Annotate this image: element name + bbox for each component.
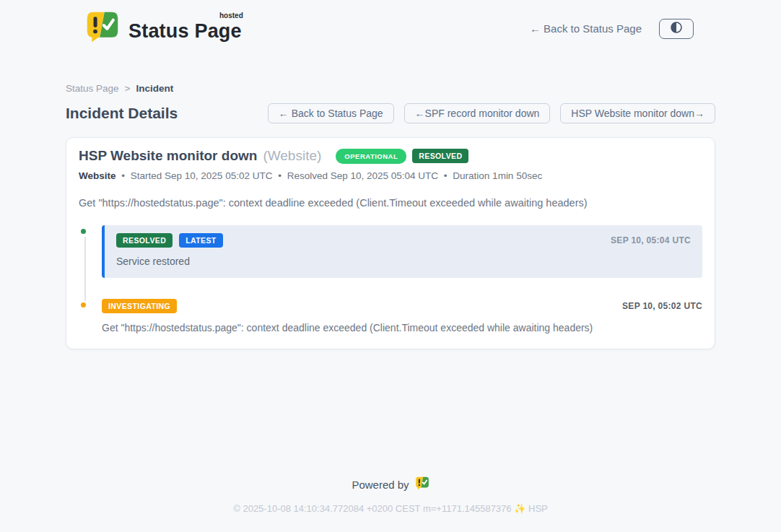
timeline-entry-head: RESOLVED LATEST SEP 10, 05:04 UTC (116, 233, 691, 248)
brand-name: Status Page (128, 20, 242, 42)
investigating-badge: INVESTIGATING (102, 299, 177, 313)
timeline-dot-investigating-icon (79, 300, 88, 310)
brand-superscript: hosted (219, 12, 243, 19)
status-page-app: Status Page hosted ← Back to Status Page… (0, 0, 781, 532)
page-title: Incident Details (66, 105, 178, 122)
half-circle-contrast-icon (669, 20, 684, 37)
breadcrumb-separator: > (125, 83, 131, 94)
header-back-link[interactable]: ← Back to Status Page (530, 22, 642, 35)
timeline-entry-investigating: INVESTIGATING SEP 10, 05:02 UTC Get "htt… (102, 299, 702, 333)
footer: Powered by © 2025-10-08 14:10:34.772084 … (0, 476, 781, 532)
title-row: Incident Details ← Back to Status Page ←… (66, 103, 715, 123)
incident-card: HSP Website monitor down (Website) OPERA… (66, 137, 715, 349)
timeline-message: Get "https://hostedstatus.page": context… (102, 322, 702, 333)
meta-separator: • (444, 170, 448, 181)
incident-description: Get "https://hostedstatus.page": context… (79, 197, 702, 209)
timeline-entry-latest: RESOLVED LATEST SEP 10, 05:04 UTC Servic… (102, 225, 702, 278)
meta-duration: Duration 1min 50sec (453, 170, 542, 181)
latest-badge: LATEST (179, 233, 222, 248)
back-to-status-page-button[interactable]: ← Back to Status Page (268, 103, 394, 123)
timeline-item-investigating: INVESTIGATING SEP 10, 05:02 UTC Get "htt… (79, 299, 702, 333)
powered-by-link[interactable]: Powered by (352, 476, 429, 492)
brand-wrap: Status Page hosted (128, 14, 242, 43)
incident-component: (Website) (263, 148, 321, 164)
timeline-timestamp: SEP 10, 05:02 UTC (622, 301, 702, 311)
meta-component: Website (79, 170, 116, 181)
meta-separator: • (278, 170, 282, 181)
timeline-dot-resolved-icon (79, 227, 88, 236)
incident-title: HSP Website monitor down (79, 148, 257, 164)
theme-toggle-button[interactable] (659, 19, 694, 39)
timeline-timestamp: SEP 10, 05:04 UTC (611, 235, 691, 245)
meta-started: Started Sep 10, 2025 05:02 UTC (131, 170, 273, 181)
prev-incident-button[interactable]: ←SPF record monitor down (404, 103, 551, 123)
meta-resolved: Resolved Sep 10, 2025 05:04 UTC (287, 170, 438, 181)
breadcrumb: Status Page > Incident (66, 83, 715, 94)
main-content: Status Page > Incident Incident Details … (66, 83, 715, 349)
copyright-text: © 2025-10-08 14:10:34.772084 +0200 CEST … (0, 503, 781, 514)
statuspage-logo-icon (85, 11, 120, 46)
timeline-entry-head: INVESTIGATING SEP 10, 05:02 UTC (102, 299, 702, 313)
timeline-item-resolved: RESOLVED LATEST SEP 10, 05:04 UTC Servic… (79, 225, 702, 278)
incident-timeline: RESOLVED LATEST SEP 10, 05:04 UTC Servic… (79, 225, 702, 333)
header: Status Page hosted ← Back to Status Page (0, 0, 781, 46)
incident-title-row: HSP Website monitor down (Website) OPERA… (79, 148, 702, 164)
meta-separator: • (121, 170, 125, 181)
operational-status-badge: OPERATIONAL (336, 149, 406, 164)
incident-meta: Website • Started Sep 10, 2025 05:02 UTC… (79, 170, 702, 181)
breadcrumb-status-page[interactable]: Status Page (66, 83, 119, 94)
breadcrumb-incident: Incident (136, 83, 173, 94)
incident-nav-buttons: ← Back to Status Page ←SPF record monito… (268, 103, 715, 123)
powered-by-label: Powered by (352, 479, 409, 491)
app-logo[interactable]: Status Page hosted (85, 11, 242, 46)
header-right: ← Back to Status Page (530, 19, 694, 39)
statuspage-logo-small-icon (415, 476, 429, 492)
incident-state-badge: RESOLVED (412, 149, 468, 163)
resolved-badge: RESOLVED (116, 233, 173, 248)
timeline-message: Service restored (116, 256, 691, 267)
next-incident-button[interactable]: HSP Website monitor down→ (560, 103, 715, 123)
